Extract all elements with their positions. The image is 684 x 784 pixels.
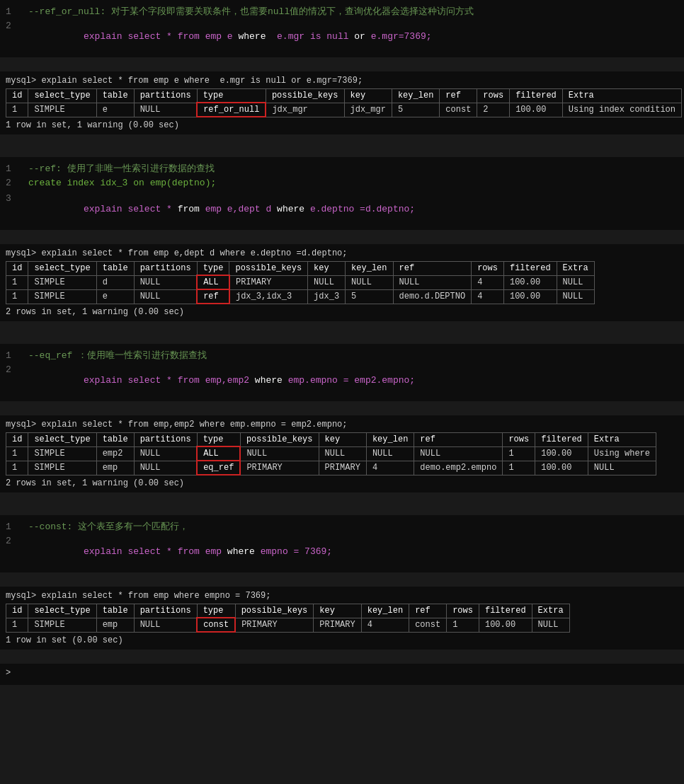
col-select-type: select_type	[28, 89, 96, 103]
col-select-type: select_type	[28, 433, 96, 447]
col-extra: Extra	[532, 604, 569, 618]
col-filtered: filtered	[479, 604, 532, 618]
table-row: 1 SIMPLE d NULL ALL PRIMARY NULL NULL NU…	[6, 275, 595, 289]
col-id: id	[6, 433, 28, 447]
result-block-3: mysql> explain select * from emp,emp2 wh…	[0, 415, 684, 492]
col-partitions: partitions	[134, 262, 197, 276]
line-number: 2	[6, 178, 23, 188]
cell-filtered: 100.00	[535, 461, 588, 475]
cell-key: NULL	[308, 275, 346, 289]
cell-possible-keys: jdx_mgr	[266, 103, 344, 117]
cell-ref: const	[440, 103, 477, 117]
cell-filtered: 100.00	[479, 618, 532, 632]
col-extra: Extra	[562, 89, 681, 103]
gap-7	[0, 407, 684, 415]
col-table: table	[96, 262, 134, 276]
cell-extra: NULL	[588, 461, 656, 475]
cell-table: e	[96, 289, 134, 304]
cell-key-len: 4	[366, 461, 414, 475]
gap-2	[0, 140, 684, 149]
col-key: key	[319, 433, 366, 447]
cell-ref: NULL	[414, 446, 503, 461]
line-number: 3	[6, 193, 23, 204]
cell-id: 1	[6, 103, 28, 117]
cell-extra: Using index condition	[562, 103, 681, 117]
mysql-prompt-1: mysql> explain select * from emp e where…	[6, 76, 678, 86]
cell-ref: demo.d.DEPTNO	[393, 289, 472, 304]
cell-rows: 1	[503, 446, 535, 461]
cell-table: d	[96, 275, 134, 289]
cell-type: ref	[197, 289, 229, 304]
gap-1	[0, 63, 684, 71]
gap-9	[0, 507, 684, 515]
table-row: 1 SIMPLE e NULL ref jdx_3,idx_3 jdx_3 5 …	[6, 289, 595, 304]
col-type: type	[197, 89, 266, 103]
code-comment: --ref_or_null: 对于某个字段即需要关联条件，也需要null值的情况…	[28, 5, 474, 18]
col-key-len: key_len	[366, 433, 414, 447]
gap-8	[0, 498, 684, 507]
cell-key: jdx_3	[308, 289, 346, 304]
result-table-3: id select_type table partitions type pos…	[6, 432, 656, 475]
code-line-2-2: 2 create index idx_3 on emp(deptno);	[0, 177, 684, 192]
cell-partitions: NULL	[134, 275, 197, 289]
gap-11	[0, 655, 684, 664]
col-ref: ref	[414, 433, 503, 447]
col-key: key	[344, 89, 392, 103]
cell-select-type: SIMPLE	[28, 103, 96, 117]
gap-5	[0, 327, 684, 335]
bottom-prompt: >	[0, 664, 684, 685]
col-id: id	[6, 262, 28, 276]
cell-ref: demo.emp2.empno	[414, 461, 503, 475]
line-number: 2	[6, 364, 23, 375]
cell-key-len: NULL	[346, 275, 393, 289]
col-filtered: filtered	[510, 89, 563, 103]
col-filtered: filtered	[503, 262, 557, 276]
cell-table: e	[96, 103, 134, 117]
col-rows: rows	[447, 604, 479, 618]
col-key-len: key_len	[346, 262, 393, 276]
col-partitions: partitions	[134, 433, 197, 447]
cell-extra: Using where	[588, 446, 656, 461]
table-row: 1 SIMPLE emp NULL const PRIMARY PRIMARY …	[6, 618, 570, 632]
cell-filtered: 100.00	[535, 446, 588, 461]
col-select-type: select_type	[28, 262, 96, 276]
col-partitions: partitions	[134, 604, 197, 618]
gap-6	[0, 335, 684, 344]
cell-key: jdx_mgr	[344, 103, 392, 117]
cell-possible-keys: PRIMARY	[240, 461, 319, 475]
mysql-prompt-3: mysql> explain select * from emp,emp2 wh…	[6, 420, 678, 430]
cell-select-type: SIMPLE	[28, 289, 96, 304]
gap-4	[0, 236, 684, 244]
cell-select-type: SIMPLE	[28, 446, 96, 461]
table-header-row: id select_type table partitions type pos…	[6, 89, 682, 103]
col-key-len: key_len	[361, 604, 409, 618]
cell-id: 1	[6, 461, 28, 475]
col-possible-keys: possible_keys	[229, 262, 308, 276]
line-number: 2	[6, 21, 23, 31]
cell-select-type: SIMPLE	[28, 461, 96, 475]
gap-3	[0, 149, 684, 157]
col-ref: ref	[393, 262, 472, 276]
cell-possible-keys: jdx_3,idx_3	[229, 289, 308, 304]
col-table: table	[96, 604, 134, 618]
col-filtered: filtered	[535, 433, 588, 447]
mysql-prompt-2: mysql> explain select * from emp e,dept …	[6, 248, 678, 258]
row-info-1: 1 row in set, 1 warning (0.00 sec)	[6, 120, 678, 130]
col-partitions: partitions	[134, 89, 197, 103]
code-line-3-2: 2 explain select * from emp,emp2 where e…	[0, 364, 684, 397]
cell-possible-keys: PRIMARY	[229, 275, 308, 289]
code-block-4: 1 --const: 这个表至多有一个匹配行， 2 explain select…	[0, 515, 684, 572]
cell-filtered: 100.00	[510, 103, 563, 117]
cell-type: const	[197, 618, 235, 632]
line-number: 2	[6, 536, 23, 546]
col-extra: Extra	[557, 262, 594, 276]
code-comment: --eq_ref ：使用唯一性索引进行数据查找	[28, 349, 207, 362]
cell-key: PRIMARY	[319, 461, 366, 475]
code-line-2-3: 3 explain select * from emp e,dept d whe…	[0, 192, 684, 226]
cell-key: PRIMARY	[314, 618, 361, 632]
col-possible-keys: possible_keys	[240, 433, 319, 447]
cell-partitions: NULL	[134, 461, 197, 475]
gap-10	[0, 578, 684, 587]
section-const: 1 --const: 这个表至多有一个匹配行， 2 explain select…	[0, 515, 684, 572]
col-possible-keys: possible_keys	[235, 604, 314, 618]
